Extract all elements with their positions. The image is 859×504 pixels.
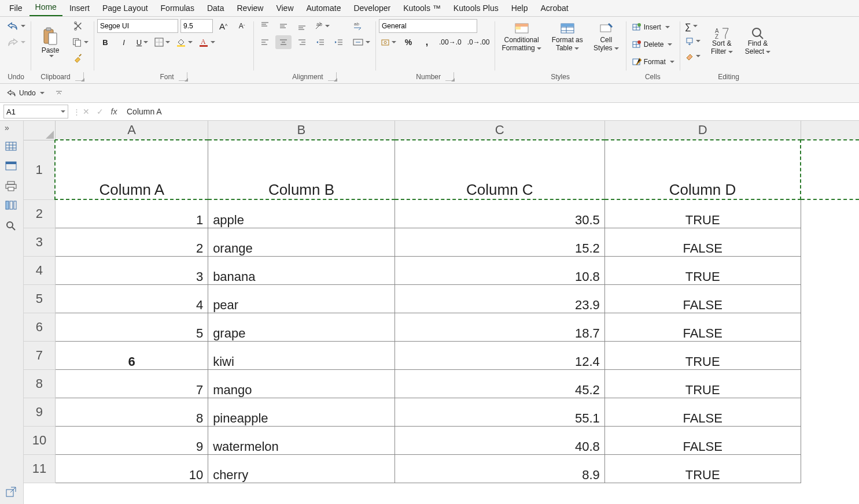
cell-D5[interactable]: FALSE [604, 284, 801, 313]
cell-E7[interactable] [801, 341, 859, 369]
decrease-decimal-button[interactable]: .0→.00 [466, 35, 492, 49]
row-header-8[interactable]: 8 [24, 369, 55, 398]
cut-button[interactable] [70, 19, 86, 33]
panel-printer-icon[interactable] [5, 181, 18, 194]
dialog-launcher-icon[interactable] [328, 72, 337, 81]
tab-kutools[interactable]: Kutools ™ [397, 1, 447, 16]
row-header-5[interactable]: 5 [24, 284, 55, 313]
cell-D4[interactable]: TRUE [604, 256, 801, 284]
tab-review[interactable]: Review [231, 1, 270, 16]
cell-B6[interactable]: grape [208, 313, 395, 341]
accounting-format-button[interactable] [379, 35, 398, 49]
cell-A6[interactable]: 5 [55, 313, 208, 341]
qat-undo-button[interactable]: Undo [5, 86, 46, 100]
font-color-button[interactable]: A [197, 35, 217, 49]
row-header-4[interactable]: 4 [24, 256, 55, 284]
tab-data[interactable]: Data [201, 1, 230, 16]
cell-A11[interactable]: 10 [55, 454, 208, 483]
cell-B8[interactable]: mango [208, 369, 395, 398]
row-header-6[interactable]: 6 [24, 313, 55, 341]
align-center-button[interactable] [275, 35, 292, 49]
undo-button[interactable] [5, 19, 27, 33]
cell-D11[interactable]: TRUE [604, 454, 801, 483]
cell-A9[interactable]: 8 [55, 398, 208, 426]
clear-button[interactable] [683, 49, 702, 63]
cell-D6[interactable]: FALSE [604, 313, 801, 341]
fill-color-button[interactable] [174, 35, 194, 49]
increase-font-button[interactable]: A^ [215, 19, 231, 33]
cell-A5[interactable]: 4 [55, 284, 208, 313]
cell-C5[interactable]: 23.9 [395, 284, 604, 313]
align-middle-button[interactable] [275, 19, 292, 33]
conditional-formatting-button[interactable]: Conditional Formatting [498, 19, 544, 55]
col-header-C[interactable]: C [395, 121, 604, 140]
cell-E8[interactable] [801, 369, 859, 398]
bold-button[interactable]: B [97, 35, 113, 49]
qat-customize-button[interactable] [51, 86, 67, 100]
comma-style-button[interactable]: , [419, 35, 435, 49]
dialog-launcher-icon[interactable] [179, 72, 187, 81]
panel-grid-icon[interactable] [5, 142, 18, 154]
cell-C10[interactable]: 40.8 [395, 426, 604, 454]
decrease-font-button[interactable]: Aˇ [234, 19, 250, 33]
col-header-empty[interactable] [801, 121, 859, 140]
percent-button[interactable]: % [400, 35, 416, 49]
cell-A8[interactable]: 7 [55, 369, 208, 398]
tab-view[interactable]: View [270, 1, 299, 16]
cell-C8[interactable]: 45.2 [395, 369, 604, 398]
cell-B1[interactable]: Column B [208, 140, 395, 199]
tab-automate[interactable]: Automate [301, 1, 347, 16]
tab-developer[interactable]: Developer [348, 1, 396, 16]
cell-C9[interactable]: 55.1 [395, 398, 604, 426]
col-header-D[interactable]: D [604, 121, 801, 140]
orientation-button[interactable]: ab [312, 19, 331, 33]
cell-A1[interactable]: Column A [55, 140, 208, 199]
find-select-button[interactable]: Find & Select [742, 24, 774, 58]
align-bottom-button[interactable] [294, 19, 310, 33]
chevron-down-icon[interactable] [61, 110, 65, 113]
cancel-formula-icon[interactable]: ✕ [80, 106, 92, 117]
italic-button[interactable]: I [116, 35, 132, 49]
name-box[interactable] [3, 105, 68, 118]
increase-decimal-button[interactable]: .00→.0 [437, 35, 463, 49]
col-header-A[interactable]: A [55, 121, 208, 140]
tab-page-layout[interactable]: Page Layout [97, 1, 154, 16]
format-painter-button[interactable] [70, 51, 86, 65]
borders-button[interactable] [153, 35, 172, 49]
enter-formula-icon[interactable]: ✓ [94, 106, 106, 117]
cell-styles-button[interactable]: Cell Styles [590, 19, 622, 55]
cell-E1[interactable] [801, 140, 859, 199]
cell-A10[interactable]: 9 [55, 426, 208, 454]
dialog-launcher-icon[interactable] [445, 72, 454, 81]
panel-window-icon[interactable] [5, 161, 18, 174]
cell-A3[interactable]: 2 [55, 228, 208, 256]
font-name-select[interactable] [97, 19, 178, 33]
paste-button[interactable]: Paste [34, 25, 67, 60]
copy-button[interactable] [70, 35, 90, 49]
row-header-11[interactable]: 11 [24, 454, 55, 483]
tab-home[interactable]: Home [30, 0, 62, 16]
cell-B5[interactable]: pear [208, 284, 395, 313]
cell-E6[interactable] [801, 313, 859, 341]
sort-filter-button[interactable]: AZ Sort & Filter [706, 24, 738, 58]
cell-D9[interactable]: FALSE [604, 398, 801, 426]
cell-C1[interactable]: Column C [395, 140, 604, 199]
cell-A4[interactable]: 3 [55, 256, 208, 284]
cell-B2[interactable]: apple [208, 199, 395, 228]
col-header-B[interactable]: B [208, 121, 395, 140]
name-box-input[interactable] [4, 108, 61, 116]
format-as-table-button[interactable]: Format as Table [548, 19, 587, 55]
row-header-3[interactable]: 3 [24, 228, 55, 256]
row-header-10[interactable]: 10 [24, 426, 55, 454]
cell-D2[interactable]: TRUE [604, 199, 801, 228]
delete-cells-button[interactable]: Delete [629, 36, 674, 53]
cell-E9[interactable] [801, 398, 859, 426]
tab-kutools-plus[interactable]: Kutools Plus [448, 1, 504, 16]
increase-indent-button[interactable] [331, 35, 347, 49]
insert-cells-button[interactable]: Insert [629, 19, 672, 35]
cell-E11[interactable] [801, 454, 859, 483]
decrease-indent-button[interactable] [312, 35, 329, 49]
tab-formulas[interactable]: Formulas [155, 1, 200, 16]
cell-E3[interactable] [801, 228, 859, 256]
cell-C2[interactable]: 30.5 [395, 199, 604, 228]
